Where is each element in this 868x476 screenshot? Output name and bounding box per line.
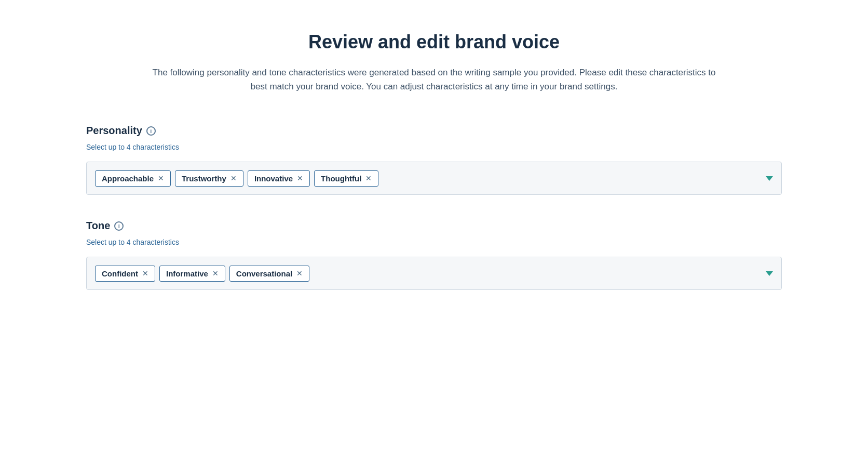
page-title: Review and edit brand voice: [308, 31, 560, 53]
tag-informative: Informative ✕: [159, 266, 225, 282]
tag-trustworthy-remove[interactable]: ✕: [230, 175, 237, 182]
personality-section: Personality i Select up to 4 characteris…: [86, 125, 782, 195]
tag-approachable: Approachable ✕: [95, 170, 171, 187]
tag-confident-remove[interactable]: ✕: [142, 270, 148, 277]
tone-subtitle: Select up to 4 characteristics: [86, 238, 782, 246]
tag-innovative-remove[interactable]: ✕: [297, 175, 303, 182]
tone-tags-list: Confident ✕ Informative ✕ Conversational…: [95, 266, 760, 282]
tone-dropdown[interactable]: Confident ✕ Informative ✕ Conversational…: [86, 257, 782, 290]
tag-approachable-label: Approachable: [102, 174, 154, 183]
tone-info-icon[interactable]: i: [114, 221, 124, 231]
tag-approachable-remove[interactable]: ✕: [158, 175, 164, 182]
personality-section-header: Personality i: [86, 125, 782, 137]
tone-title: Tone: [86, 220, 110, 232]
personality-title: Personality: [86, 125, 142, 137]
page-description: The following personality and tone chara…: [148, 65, 720, 94]
tag-confident: Confident ✕: [95, 266, 155, 282]
tag-innovative: Innovative ✕: [248, 170, 310, 187]
tag-trustworthy-label: Trustworthy: [182, 174, 226, 183]
personality-dropdown-arrow: [766, 176, 773, 181]
tag-confident-label: Confident: [102, 269, 138, 278]
sections-container: Personality i Select up to 4 characteris…: [86, 125, 782, 290]
tone-section: Tone i Select up to 4 characteristics Co…: [86, 220, 782, 290]
tag-conversational-label: Conversational: [236, 269, 292, 278]
tag-informative-label: Informative: [166, 269, 208, 278]
personality-info-icon[interactable]: i: [146, 126, 156, 136]
tag-innovative-label: Innovative: [254, 174, 293, 183]
personality-tags-list: Approachable ✕ Trustworthy ✕ Innovative …: [95, 170, 760, 187]
tone-section-header: Tone i: [86, 220, 782, 232]
tag-conversational: Conversational ✕: [229, 266, 309, 282]
page-container: Review and edit brand voice The followin…: [71, 31, 797, 290]
tag-thoughtful-remove[interactable]: ✕: [365, 175, 372, 182]
tag-thoughtful-label: Thoughtful: [321, 174, 361, 183]
tone-dropdown-arrow: [766, 271, 773, 276]
personality-subtitle: Select up to 4 characteristics: [86, 143, 782, 151]
tag-informative-remove[interactable]: ✕: [212, 270, 219, 277]
tag-trustworthy: Trustworthy ✕: [175, 170, 243, 187]
tag-thoughtful: Thoughtful ✕: [314, 170, 378, 187]
personality-dropdown[interactable]: Approachable ✕ Trustworthy ✕ Innovative …: [86, 162, 782, 195]
tag-conversational-remove[interactable]: ✕: [296, 270, 303, 277]
